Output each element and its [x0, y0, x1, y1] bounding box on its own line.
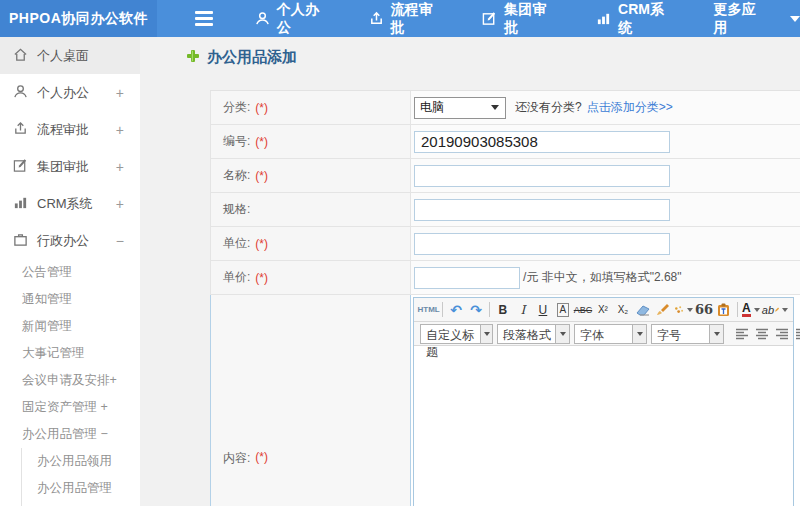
align-center-button[interactable] — [753, 324, 771, 344]
content-label: 内容: — [223, 450, 250, 467]
underline-button[interactable]: U — [534, 300, 552, 320]
sidebar-item-process-approval[interactable]: 流程审批 + — [0, 111, 140, 148]
hamburger-menu-icon[interactable] — [195, 11, 213, 26]
rich-text-editor: HTML ↶ ↷ B I U A ABC X² X₂ — [413, 297, 794, 506]
spec-input[interactable] — [414, 199, 670, 221]
briefcase-icon — [13, 232, 28, 250]
clipboard-icon — [717, 303, 730, 317]
chevron-down-icon — [687, 308, 693, 312]
app-logo[interactable]: PHPOA协同办公软件 — [0, 0, 157, 37]
expand-plus[interactable]: + — [116, 122, 124, 138]
expand-plus[interactable]: + — [116, 196, 124, 212]
edit-icon — [482, 11, 497, 26]
nav-crm-system[interactable]: CRM系统 — [596, 1, 676, 37]
price-label: 单价: — [223, 269, 250, 286]
strikethrough-button[interactable]: ABC — [574, 300, 592, 320]
add-category-link[interactable]: 点击添加分类>> — [587, 99, 673, 116]
sidebar: 个人桌面 个人办公 + 流程审批 + 集团审批 + CRM系统 + 行政办公 −… — [0, 37, 140, 506]
page-title: 办公用品添加 — [186, 48, 297, 67]
required-mark: (*) — [255, 237, 268, 251]
redo-button[interactable]: ↷ — [467, 300, 485, 320]
category-hint: 还没有分类? — [515, 99, 582, 116]
expand-plus[interactable]: + — [116, 85, 124, 101]
align-right-button[interactable] — [773, 324, 791, 344]
bold-button[interactable]: B — [494, 300, 512, 320]
sidebar-item-events-mgmt[interactable]: 大事记管理 — [0, 340, 140, 367]
form-row-price: 单价: (*) /元 非中文，如填写格式"2.68" — [210, 261, 800, 295]
form-row-category: 分类: (*) 电脑 还没有分类? 点击添加分类>> — [210, 91, 800, 125]
select-arrow-icon — [555, 325, 569, 343]
painter-icon — [674, 304, 684, 316]
sidebar-item-group-approval[interactable]: 集团审批 + — [0, 148, 140, 185]
top-nav: 个人办公 流程审批 集团审批 CRM系统 更多应用 — [255, 1, 800, 37]
align-right-icon — [775, 328, 789, 340]
font-family-select[interactable]: 字体 — [574, 324, 647, 344]
format-brush-button[interactable] — [654, 300, 672, 320]
form-row-name: 名称: (*) — [210, 159, 800, 193]
add-plus-icon — [186, 49, 200, 66]
format-painter-button[interactable] — [674, 300, 693, 320]
select-arrow-icon — [491, 105, 499, 110]
required-mark: (*) — [255, 271, 268, 285]
required-mark: (*) — [255, 450, 268, 464]
superscript-button[interactable]: X² — [594, 300, 612, 320]
name-input[interactable] — [414, 165, 670, 187]
align-left-button[interactable] — [733, 324, 751, 344]
sidebar-item-news-mgmt[interactable]: 新闻管理 — [0, 313, 140, 340]
italic-button[interactable]: I — [514, 300, 532, 320]
html-source-button[interactable]: HTML — [419, 300, 438, 320]
custom-heading-select[interactable]: 自定义标题 — [420, 324, 493, 344]
form-row-spec: 规格: — [210, 193, 800, 227]
required-mark: (*) — [255, 135, 268, 149]
align-justify-button[interactable] — [793, 324, 800, 344]
paragraph-format-select[interactable]: 段落格式 — [497, 324, 570, 344]
sidebar-item-fixed-assets-mgmt[interactable]: 固定资产管理 + — [0, 394, 140, 421]
undo-button[interactable]: ↶ — [447, 300, 465, 320]
main-content: 办公用品添加 分类: (*) 电脑 还没有分类? 点击添加分类>> 编号: (*… — [140, 37, 800, 506]
nav-group-approval[interactable]: 集团审批 — [482, 1, 558, 37]
highlight-color-button[interactable]: ab — [762, 300, 788, 320]
top-bar: PHPOA协同办公软件 个人办公 流程审批 集团审批 CRM系统 更多应用 — [0, 0, 800, 37]
sidebar-item-meeting-mgmt[interactable]: 会议申请及安排+ — [0, 367, 140, 394]
nav-personal-office[interactable]: 个人办公 — [255, 1, 331, 37]
category-select[interactable]: 电脑 — [414, 97, 506, 119]
nav-process-approval[interactable]: 流程审批 — [369, 1, 445, 37]
sidebar-item-office-supplies-mgmt[interactable]: 办公用品管理 − — [0, 421, 140, 448]
sidebar-item-personal-office[interactable]: 个人办公 + — [0, 74, 140, 111]
subscript-button[interactable]: X₂ — [614, 300, 632, 320]
sidebar-item-notice-mgmt[interactable]: 通知管理 — [0, 286, 140, 313]
code-input[interactable] — [414, 131, 670, 153]
sidebar-item-admin-office[interactable]: 行政办公 − — [0, 222, 140, 259]
nav-more-apps[interactable]: 更多应用 — [714, 1, 800, 37]
align-center-icon — [755, 328, 769, 340]
sidebar-item-crm[interactable]: CRM系统 + — [0, 185, 140, 222]
eraser-button[interactable] — [634, 300, 652, 320]
eraser-icon — [636, 304, 650, 316]
editor-content-area[interactable] — [414, 346, 793, 506]
required-mark: (*) — [255, 169, 268, 183]
unit-input[interactable] — [414, 233, 670, 255]
sidebar-item-supplies-requisition[interactable]: 办公用品领用 — [22, 448, 140, 475]
process-share-icon — [369, 11, 384, 26]
code-label: 编号: — [223, 133, 250, 150]
add-supplies-form: 分类: (*) 电脑 还没有分类? 点击添加分类>> 编号: (*) — [210, 90, 800, 506]
paste-as-text-button[interactable] — [715, 300, 733, 320]
sidebar-item-supplies-manage[interactable]: 办公用品管理 — [22, 475, 140, 502]
sidebar-item-announcement-mgmt[interactable]: 公告管理 — [0, 259, 140, 286]
form-row-content: 内容: (*) HTML ↶ ↷ B I U A — [210, 295, 800, 506]
blockquote-button[interactable]: 66 — [695, 300, 713, 320]
spec-label: 规格: — [223, 201, 250, 218]
expand-plus[interactable]: + — [116, 159, 124, 175]
collapse-minus[interactable]: − — [116, 233, 124, 249]
font-size-select[interactable]: 字号 — [651, 324, 724, 344]
font-color-button[interactable]: A — [742, 300, 760, 320]
sidebar-item-supplies-purchase[interactable]: 办公用品采购 — [22, 502, 140, 506]
bar-chart-icon — [596, 11, 611, 26]
price-input[interactable] — [414, 267, 520, 289]
select-arrow-icon — [480, 325, 492, 343]
process-share-icon — [13, 121, 28, 139]
sidebar-item-desktop[interactable]: 个人桌面 — [0, 37, 140, 74]
home-icon — [13, 47, 28, 65]
font-border-button[interactable]: A — [554, 300, 572, 320]
align-left-icon — [735, 328, 749, 340]
